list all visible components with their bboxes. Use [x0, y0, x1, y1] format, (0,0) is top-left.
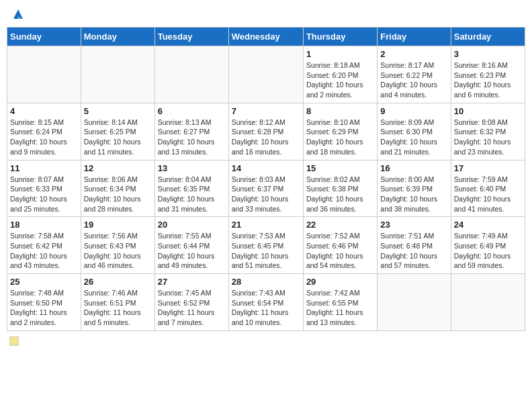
weekday-header-friday: Friday [378, 28, 451, 46]
day-number: 19 [84, 220, 152, 230]
day-number: 5 [84, 106, 152, 116]
calendar-cell: 18Sunrise: 7:58 AM Sunset: 6:42 PM Dayli… [7, 217, 81, 274]
day-number: 13 [158, 163, 226, 173]
day-number: 28 [232, 277, 300, 287]
day-number: 29 [306, 277, 374, 287]
calendar-cell: 19Sunrise: 7:56 AM Sunset: 6:43 PM Dayli… [81, 217, 154, 274]
calendar-cell: 11Sunrise: 8:07 AM Sunset: 6:33 PM Dayli… [7, 160, 81, 217]
day-info: Sunrise: 8:02 AM Sunset: 6:38 PM Dayligh… [306, 175, 374, 214]
calendar-cell [451, 274, 525, 331]
weekday-header-saturday: Saturday [451, 28, 525, 46]
day-number: 2 [380, 49, 447, 59]
calendar-cell: 9Sunrise: 8:09 AM Sunset: 6:30 PM Daylig… [378, 103, 451, 160]
calendar-cell: 15Sunrise: 8:02 AM Sunset: 6:38 PM Dayli… [303, 160, 377, 217]
day-info: Sunrise: 8:00 AM Sunset: 6:39 PM Dayligh… [380, 175, 447, 214]
calendar-cell: 2Sunrise: 8:17 AM Sunset: 6:22 PM Daylig… [378, 46, 451, 103]
calendar-cell: 28Sunrise: 7:43 AM Sunset: 6:54 PM Dayli… [228, 274, 303, 331]
calendar-cell: 25Sunrise: 7:48 AM Sunset: 6:50 PM Dayli… [7, 274, 81, 331]
calendar-cell: 20Sunrise: 7:55 AM Sunset: 6:44 PM Dayli… [154, 217, 228, 274]
calendar-cell: 5Sunrise: 8:14 AM Sunset: 6:25 PM Daylig… [81, 103, 154, 160]
day-number: 16 [380, 163, 447, 173]
calendar-cell: 24Sunrise: 7:49 AM Sunset: 6:49 PM Dayli… [451, 217, 525, 274]
calendar-table: SundayMondayTuesdayWednesdayThursdayFrid… [7, 27, 525, 331]
day-info: Sunrise: 7:53 AM Sunset: 6:45 PM Dayligh… [232, 231, 300, 271]
day-info: Sunrise: 7:58 AM Sunset: 6:42 PM Dayligh… [10, 231, 78, 271]
day-number: 9 [380, 106, 447, 116]
calendar-cell [228, 46, 303, 103]
day-info: Sunrise: 7:48 AM Sunset: 6:50 PM Dayligh… [10, 288, 78, 328]
calendar-week-row: 18Sunrise: 7:58 AM Sunset: 6:42 PM Dayli… [7, 217, 525, 274]
footer [7, 336, 525, 346]
weekday-header-monday: Monday [81, 28, 154, 46]
day-number: 11 [10, 163, 78, 173]
day-number: 8 [306, 106, 374, 116]
day-number: 6 [158, 106, 226, 116]
day-info: Sunrise: 8:18 AM Sunset: 6:20 PM Dayligh… [306, 60, 374, 100]
day-number: 3 [454, 49, 522, 59]
calendar-cell: 23Sunrise: 7:51 AM Sunset: 6:48 PM Dayli… [378, 217, 451, 274]
day-number: 10 [454, 106, 522, 116]
calendar-cell: 22Sunrise: 7:52 AM Sunset: 6:46 PM Dayli… [303, 217, 377, 274]
day-number: 24 [454, 220, 522, 230]
day-number: 20 [158, 220, 226, 230]
calendar-cell: 16Sunrise: 8:00 AM Sunset: 6:39 PM Dayli… [378, 160, 451, 217]
calendar-cell: 12Sunrise: 8:06 AM Sunset: 6:34 PM Dayli… [81, 160, 154, 217]
calendar-week-row: 25Sunrise: 7:48 AM Sunset: 6:50 PM Dayli… [7, 274, 525, 331]
day-info: Sunrise: 7:43 AM Sunset: 6:54 PM Dayligh… [232, 288, 300, 328]
calendar-cell: 3Sunrise: 8:16 AM Sunset: 6:23 PM Daylig… [451, 46, 525, 103]
day-info: Sunrise: 7:49 AM Sunset: 6:49 PM Dayligh… [454, 231, 522, 271]
day-info: Sunrise: 8:16 AM Sunset: 6:23 PM Dayligh… [454, 60, 522, 100]
day-info: Sunrise: 8:14 AM Sunset: 6:25 PM Dayligh… [84, 118, 152, 157]
day-number: 15 [306, 163, 374, 173]
calendar-week-row: 1Sunrise: 8:18 AM Sunset: 6:20 PM Daylig… [7, 46, 525, 103]
weekday-header-tuesday: Tuesday [154, 28, 228, 46]
legend-box [9, 336, 19, 346]
calendar-week-row: 4Sunrise: 8:15 AM Sunset: 6:24 PM Daylig… [7, 103, 525, 160]
calendar-cell: 4Sunrise: 8:15 AM Sunset: 6:24 PM Daylig… [7, 103, 81, 160]
day-info: Sunrise: 7:59 AM Sunset: 6:40 PM Dayligh… [454, 175, 522, 214]
day-info: Sunrise: 7:55 AM Sunset: 6:44 PM Dayligh… [158, 231, 226, 271]
day-info: Sunrise: 8:07 AM Sunset: 6:33 PM Dayligh… [10, 175, 78, 214]
day-number: 27 [158, 277, 226, 287]
day-info: Sunrise: 7:46 AM Sunset: 6:51 PM Dayligh… [84, 288, 152, 328]
calendar-cell: 17Sunrise: 7:59 AM Sunset: 6:40 PM Dayli… [451, 160, 525, 217]
day-number: 1 [306, 49, 374, 59]
day-info: Sunrise: 8:13 AM Sunset: 6:27 PM Dayligh… [158, 118, 226, 157]
day-number: 17 [454, 163, 522, 173]
day-number: 21 [232, 220, 300, 230]
calendar-cell [81, 46, 154, 103]
day-number: 23 [380, 220, 447, 230]
day-info: Sunrise: 8:08 AM Sunset: 6:32 PM Dayligh… [454, 118, 522, 157]
day-info: Sunrise: 8:17 AM Sunset: 6:22 PM Dayligh… [380, 60, 447, 100]
day-info: Sunrise: 7:42 AM Sunset: 6:55 PM Dayligh… [306, 288, 374, 328]
calendar-cell [7, 46, 81, 103]
day-number: 12 [84, 163, 152, 173]
day-number: 22 [306, 220, 374, 230]
weekday-header-row: SundayMondayTuesdayWednesdayThursdayFrid… [7, 28, 525, 46]
day-info: Sunrise: 7:45 AM Sunset: 6:52 PM Dayligh… [158, 288, 226, 328]
calendar-cell: 14Sunrise: 8:03 AM Sunset: 6:37 PM Dayli… [228, 160, 303, 217]
day-info: Sunrise: 7:51 AM Sunset: 6:48 PM Dayligh… [380, 231, 447, 271]
day-info: Sunrise: 8:15 AM Sunset: 6:24 PM Dayligh… [10, 118, 78, 157]
calendar-cell: 26Sunrise: 7:46 AM Sunset: 6:51 PM Dayli… [81, 274, 154, 331]
day-number: 25 [10, 277, 78, 287]
day-number: 7 [232, 106, 300, 116]
calendar-cell [154, 46, 228, 103]
day-number: 14 [232, 163, 300, 173]
calendar-cell: 10Sunrise: 8:08 AM Sunset: 6:32 PM Dayli… [451, 103, 525, 160]
day-number: 4 [10, 106, 78, 116]
calendar-cell: 6Sunrise: 8:13 AM Sunset: 6:27 PM Daylig… [154, 103, 228, 160]
logo [9, 7, 26, 21]
weekday-header-sunday: Sunday [7, 28, 81, 46]
day-info: Sunrise: 8:06 AM Sunset: 6:34 PM Dayligh… [84, 175, 152, 214]
day-info: Sunrise: 8:10 AM Sunset: 6:29 PM Dayligh… [306, 118, 374, 157]
day-info: Sunrise: 8:04 AM Sunset: 6:35 PM Dayligh… [158, 175, 226, 214]
day-info: Sunrise: 8:09 AM Sunset: 6:30 PM Dayligh… [380, 118, 447, 157]
calendar-cell: 13Sunrise: 8:04 AM Sunset: 6:35 PM Dayli… [154, 160, 228, 217]
day-number: 18 [10, 220, 78, 230]
day-info: Sunrise: 7:52 AM Sunset: 6:46 PM Dayligh… [306, 231, 374, 271]
day-number: 26 [84, 277, 152, 287]
logo-icon [11, 7, 26, 21]
day-info: Sunrise: 8:03 AM Sunset: 6:37 PM Dayligh… [232, 175, 300, 214]
day-info: Sunrise: 8:12 AM Sunset: 6:28 PM Dayligh… [232, 118, 300, 157]
